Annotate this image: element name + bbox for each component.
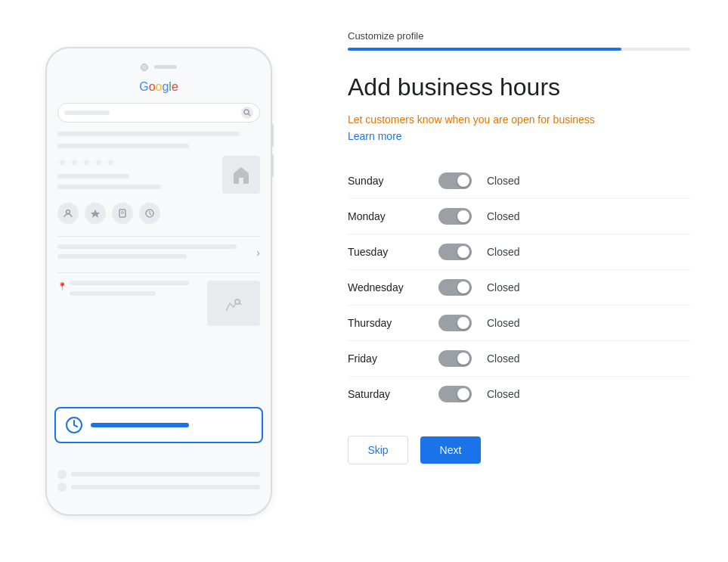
toggle-track-wednesday[interactable] (438, 279, 472, 296)
phone-top-bar (57, 64, 260, 71)
toggle-saturday[interactable] (438, 386, 472, 402)
day-status-monday: Closed (487, 210, 520, 222)
day-row-tuesday: Tuesday Closed (348, 234, 690, 270)
phone-mockup-panel: Google ★ ★ (0, 0, 318, 562)
map-area: 📍 (57, 281, 260, 326)
day-name-thursday: Thursday (348, 317, 423, 329)
day-status-saturday: Closed (487, 388, 520, 400)
svg-rect-3 (239, 178, 243, 184)
highlight-blue-line (91, 423, 189, 427)
day-status-thursday: Closed (487, 317, 520, 329)
search-dots (64, 110, 110, 115)
toggle-thursday[interactable] (438, 315, 472, 331)
footer-line-1 (71, 472, 260, 477)
learn-more-link[interactable]: Learn more (348, 130, 690, 142)
day-row-thursday: Thursday Closed (348, 306, 690, 341)
svg-line-1 (249, 113, 251, 116)
day-name-friday: Friday (348, 352, 423, 365)
content-line-4 (57, 185, 161, 189)
highlight-card (54, 407, 263, 443)
list-line-1a (57, 244, 237, 249)
star-4: ★ (94, 156, 104, 168)
day-name-sunday: Sunday (348, 175, 423, 187)
phone-search-icon (241, 107, 253, 119)
day-row-saturday: Saturday Closed (348, 377, 690, 411)
toggle-track-monday[interactable] (438, 208, 472, 225)
phone-mockup: Google ★ ★ (45, 47, 272, 516)
vol-up-button (271, 124, 274, 147)
separator-1 (57, 236, 260, 237)
skip-button[interactable]: Skip (348, 436, 408, 464)
toggle-thumb-thursday (457, 317, 469, 329)
toggle-thumb-monday (457, 210, 469, 222)
star-3: ★ (82, 156, 91, 168)
day-row-sunday: Sunday Closed (348, 163, 690, 199)
subtitle: Let customers know when you are open for… (348, 113, 690, 126)
star-5: ★ (106, 156, 116, 168)
day-status-tuesday: Closed (487, 246, 520, 258)
svg-rect-10 (218, 288, 249, 318)
toggle-thumb-sunday (457, 175, 469, 187)
day-status-friday: Closed (487, 352, 520, 365)
days-table: Sunday Closed Monday Closed Tuesday (348, 163, 690, 411)
progress-bar-container (348, 48, 690, 51)
day-row-wednesday: Wednesday Closed (348, 270, 690, 306)
map-line-1 (70, 281, 189, 285)
next-button[interactable]: Next (420, 436, 481, 464)
toggle-friday[interactable] (438, 350, 472, 367)
business-card-area: ★ ★ ★ ★ ★ (57, 156, 260, 194)
star-2: ★ (70, 156, 79, 168)
toggle-track-sunday[interactable] (438, 172, 472, 189)
phone-speaker (154, 65, 177, 69)
toggle-thumb-saturday (457, 388, 469, 400)
vol-down-button (271, 154, 274, 177)
phone-footer-lines (57, 470, 260, 492)
phone-action-icon-4 (139, 203, 160, 224)
map-text-lines (70, 281, 203, 299)
svg-point-12 (236, 300, 239, 303)
right-panel: Customize profile Add business hours Let… (318, 0, 728, 562)
map-line-2 (70, 291, 156, 296)
action-icons-row (57, 203, 260, 224)
svg-point-0 (244, 110, 249, 114)
toggle-thumb-wednesday (457, 281, 469, 293)
day-name-monday: Monday (348, 210, 423, 222)
toggle-monday[interactable] (438, 208, 472, 225)
toggle-thumb-friday (457, 352, 469, 365)
store-icon-box (222, 156, 260, 194)
phone-action-icon-1 (57, 203, 79, 224)
day-status-sunday: Closed (487, 175, 520, 187)
progress-label: Customize profile (348, 30, 690, 42)
map-placeholder (207, 281, 260, 326)
separator-2 (57, 272, 260, 273)
toggle-wednesday[interactable] (438, 279, 472, 296)
business-lines: ★ ★ ★ ★ ★ (57, 156, 216, 192)
day-status-wednesday: Closed (487, 281, 520, 293)
toggle-track-saturday[interactable] (438, 386, 472, 402)
page-title: Add business hours (348, 73, 690, 101)
google-logo: Google (57, 80, 260, 94)
content-line-2 (57, 144, 189, 148)
day-name-tuesday: Tuesday (348, 246, 423, 258)
day-name-wednesday: Wednesday (348, 281, 423, 293)
phone-action-icon-2 (85, 203, 106, 224)
toggle-thumb-tuesday (457, 246, 469, 258)
toggle-track-friday[interactable] (438, 350, 472, 367)
phone-search-box (57, 103, 260, 123)
phone-camera (141, 64, 148, 71)
chevron-right-icon: › (256, 247, 260, 259)
progress-section: Customize profile (348, 30, 690, 51)
day-row-monday: Monday Closed (348, 199, 690, 234)
content-line-3 (57, 174, 129, 179)
toggle-tuesday[interactable] (438, 244, 472, 260)
svg-point-4 (67, 210, 70, 213)
toggle-sunday[interactable] (438, 172, 472, 189)
svg-marker-5 (91, 210, 100, 218)
footer-line-2 (71, 485, 260, 489)
toggle-track-thursday[interactable] (438, 315, 472, 331)
phone-action-icon-3 (112, 203, 133, 224)
toggle-track-tuesday[interactable] (438, 244, 472, 260)
day-name-saturday: Saturday (348, 388, 423, 400)
day-row-friday: Friday Closed (348, 341, 690, 377)
progress-bar-fill (348, 48, 621, 51)
